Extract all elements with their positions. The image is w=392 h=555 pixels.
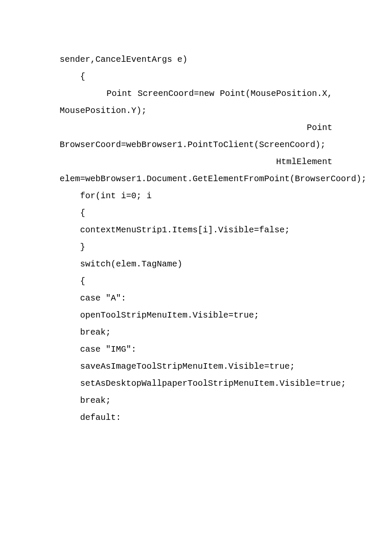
- code-line: contextMenuStrip1.Items[i].Visible=false…: [60, 222, 332, 239]
- code-line: HtmlElement: [60, 153, 332, 171]
- code-line: elem=webBrowser1.Document.GetElementFrom…: [60, 171, 332, 188]
- code-line: break;: [60, 392, 332, 409]
- code-line: Point: [60, 119, 332, 136]
- code-line: BrowserCoord=webBrowser1.PointToClient(S…: [60, 136, 332, 153]
- code-line: default:: [60, 409, 332, 426]
- code-line: case "IMG":: [60, 341, 332, 358]
- code-token: ScreenCoord=new: [138, 85, 214, 102]
- code-line: MousePosition.Y);: [60, 102, 332, 119]
- code-token: Point(MousePosition.X,: [220, 85, 332, 102]
- code-line: case "A":: [60, 290, 332, 307]
- code-line: for(int i=0; i: [60, 188, 332, 205]
- code-line: openToolStripMenuItem.Visible=true;: [60, 307, 332, 324]
- code-line: switch(elem.TagName): [60, 256, 332, 273]
- code-line: Point ScreenCoord=new Point(MousePositio…: [60, 85, 332, 102]
- code-line: sender,CancelEventArgs e): [60, 51, 332, 68]
- code-token: Point: [107, 85, 132, 102]
- code-line: setAsDesktopWallpaperToolStripMenuItem.V…: [60, 375, 332, 392]
- code-line: saveAsImageToolStripMenuItem.Visible=tru…: [60, 358, 332, 375]
- code-block: sender,CancelEventArgs e) { Point Screen…: [60, 51, 332, 426]
- code-line: {: [60, 273, 332, 290]
- code-line: {: [60, 205, 332, 222]
- code-line: }: [60, 239, 332, 256]
- code-line: break;: [60, 324, 332, 341]
- code-line: {: [60, 68, 332, 85]
